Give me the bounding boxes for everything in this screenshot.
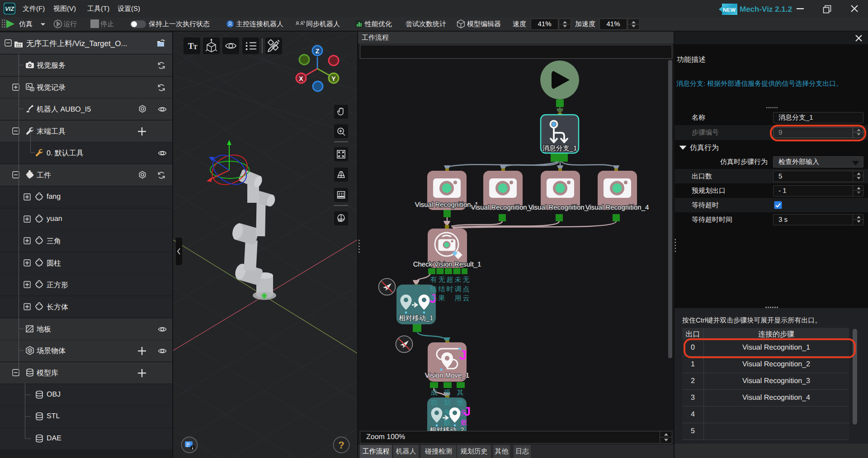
svg-text:败: 败	[461, 419, 467, 426]
svg-text:Visual Recognition_2: Visual Recognition_2	[471, 204, 535, 211]
svg-text:未: 未	[455, 276, 462, 284]
svg-text:规: 规	[444, 389, 451, 397]
svg-text:划: 划	[444, 399, 451, 407]
svg-text:他: 他	[457, 399, 464, 407]
svg-text:Visual Recognition_3: Visual Recognition_3	[528, 204, 592, 211]
svg-text:无: 无	[439, 276, 445, 284]
svg-text:X: X	[299, 75, 303, 82]
svg-text:调: 调	[455, 285, 462, 293]
svg-text:J: J	[459, 348, 467, 363]
svg-text:果: 果	[430, 294, 437, 302]
svg-text:?: ?	[338, 439, 344, 451]
svg-text:果: 果	[439, 294, 445, 302]
svg-text:超: 超	[447, 276, 453, 284]
svg-text:相对移动_1: 相对移动_1	[399, 314, 434, 322]
svg-text:Y: Y	[331, 75, 336, 82]
svg-text:Visual Recognition_4: Visual Recognition_4	[585, 204, 649, 211]
svg-text:结: 结	[439, 285, 445, 293]
svg-text:消息分支_1: 消息分支_1	[542, 145, 577, 152]
svg-text:Check Vision Result_1: Check Vision Result_1	[413, 261, 481, 268]
svg-text:Visual Recognition_1: Visual Recognition_1	[415, 201, 479, 209]
svg-text:失: 失	[444, 409, 451, 416]
svg-text:其: 其	[457, 389, 464, 397]
svg-text:成: 成	[431, 389, 438, 397]
svg-text:时: 时	[447, 285, 453, 293]
svg-text:功: 功	[431, 399, 438, 407]
svg-text:相对移动_2: 相对移动_2	[429, 426, 464, 431]
svg-text:败: 败	[444, 419, 451, 426]
svg-text:云: 云	[463, 294, 470, 302]
svg-text:无: 无	[463, 276, 470, 284]
svg-text:点: 点	[463, 285, 470, 293]
svg-text:结: 结	[430, 285, 437, 293]
svg-text:有: 有	[430, 276, 437, 284]
svg-text:VIZ: VIZ	[5, 5, 14, 12]
svg-text:NEW: NEW	[723, 7, 736, 13]
svg-text:用: 用	[455, 294, 462, 302]
svg-text:Vision Move_1: Vision Move_1	[425, 372, 469, 379]
svg-text:Z: Z	[316, 47, 320, 55]
svg-text:失: 失	[461, 409, 467, 416]
svg-text:T: T	[193, 44, 198, 51]
